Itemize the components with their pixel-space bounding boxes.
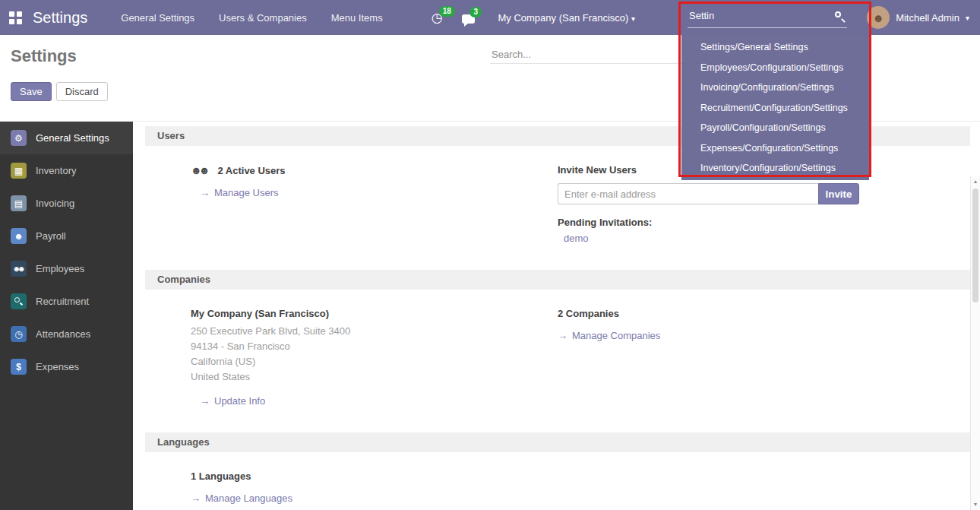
company-switcher-label: My Company (San Francisco) xyxy=(498,12,628,24)
activity-badge: 18 xyxy=(439,6,455,17)
company-address-line: 94134 - San Francisco xyxy=(191,339,558,354)
languages-section-header: Languages xyxy=(145,432,970,452)
search-suggestion[interactable]: Expenses/Configuration/Settings xyxy=(681,138,869,159)
chevron-down-icon: ▾ xyxy=(631,14,635,23)
invite-email-input[interactable] xyxy=(558,183,818,204)
invite-group: Invite xyxy=(558,183,859,204)
languages-section: Languages 1 Languages →Manage Languages xyxy=(145,432,970,510)
messages-badge: 3 xyxy=(469,7,482,17)
sidebar-item-label: Inventory xyxy=(36,165,76,176)
inventory-icon: ▦ xyxy=(11,163,27,179)
companies-section-header: Companies xyxy=(145,270,970,290)
menu-general-settings[interactable]: General Settings xyxy=(121,12,194,24)
search-suggestions-dropdown: Settings/General Settings Employees/Conf… xyxy=(681,35,869,180)
navbar-menu: General Settings Users & Companies Menu … xyxy=(121,12,382,24)
expenses-dollar-icon: $ xyxy=(11,359,27,375)
sidebar-item-employees[interactable]: ☻☻ Employees xyxy=(0,252,133,285)
manage-companies-link[interactable]: →Manage Companies xyxy=(558,330,660,341)
company-address-line: United States xyxy=(191,369,558,385)
arrow-right-icon: → xyxy=(200,187,210,198)
navbar-search-input[interactable] xyxy=(688,5,824,21)
pending-user-link[interactable]: demo xyxy=(564,233,970,244)
attendance-clock-icon: ◷ xyxy=(11,326,27,342)
activity-menu[interactable]: ◷ 18 xyxy=(432,11,443,24)
gear-icon: ⚙ xyxy=(11,130,27,146)
scrollbar-thumb[interactable] xyxy=(972,188,978,303)
company-address-line: California (US) xyxy=(191,354,558,369)
settings-content: Users ☻☻ 2 Active Users →Manage Users In… xyxy=(133,122,970,510)
scroll-up-arrow-icon[interactable]: ▲ xyxy=(971,176,980,187)
sidebar-item-general-settings[interactable]: ⚙ General Settings xyxy=(0,122,133,154)
arrow-right-icon: → xyxy=(558,330,567,341)
search-suggestion[interactable]: Inventory/Configuration/Settings xyxy=(681,158,869,179)
sidebar-item-label: Invoicing xyxy=(36,198,74,209)
search-suggestion[interactable]: Invoicing/Configuration/Settings xyxy=(681,78,869,98)
page-title: Settings xyxy=(11,46,77,66)
magnifier-icon xyxy=(11,293,27,309)
sidebar-item-payroll[interactable]: ☻ Payroll xyxy=(0,220,133,252)
employees-group-icon: ☻☻ xyxy=(11,261,27,277)
form-buttons: Save Discard xyxy=(11,82,108,101)
active-users-count: 2 Active Users xyxy=(217,165,285,176)
search-suggestion[interactable]: Settings/General Settings xyxy=(681,37,869,58)
sidebar-item-label: Payroll xyxy=(36,230,66,242)
sidebar-item-attendances[interactable]: ◷ Attendances xyxy=(0,318,133,350)
manage-users-link[interactable]: →Manage Users xyxy=(200,187,279,198)
languages-count: 1 Languages xyxy=(191,470,558,482)
user-menu[interactable]: ☻ Mitchell Admin ▾ xyxy=(867,6,969,29)
vertical-scrollbar[interactable]: ▲ ▼ xyxy=(970,176,980,510)
sidebar-item-recruitment[interactable]: Recruitment xyxy=(0,285,133,318)
sidebar-item-label: Employees xyxy=(36,263,84,274)
search-icon[interactable] xyxy=(835,11,841,17)
payroll-person-icon: ☻ xyxy=(11,228,27,244)
sidebar-item-expenses[interactable]: $ Expenses xyxy=(0,350,133,383)
apps-grid-icon[interactable] xyxy=(9,11,22,24)
save-button[interactable]: Save xyxy=(11,82,52,101)
scroll-down-arrow-icon[interactable]: ▼ xyxy=(971,499,980,510)
odoo-settings-screen: Settings General Settings Users & Compan… xyxy=(0,0,980,510)
search-suggestion[interactable]: Payroll/Configuration/Settings xyxy=(681,118,869,138)
app-title: Settings xyxy=(33,9,87,27)
arrow-right-icon: → xyxy=(200,395,210,407)
navbar-systray: ◷ 18 3 xyxy=(432,11,476,24)
pending-invitations-label: Pending Invitations: xyxy=(558,217,970,228)
users-group-icon: ☻☻ xyxy=(191,164,210,176)
search-suggestion[interactable]: Employees/Configuration/Settings xyxy=(681,58,869,78)
menu-menu-items[interactable]: Menu Items xyxy=(331,12,383,24)
navbar-search-field xyxy=(688,5,847,28)
update-info-link[interactable]: →Update Info xyxy=(200,395,265,407)
company-switcher[interactable]: My Company (San Francisco) ▾ xyxy=(498,12,635,24)
settings-sidebar: ⚙ General Settings ▦ Inventory ▤ Invoici… xyxy=(0,122,133,510)
arrow-right-icon: → xyxy=(191,493,201,504)
user-name: Mitchell Admin xyxy=(896,12,959,24)
discard-button[interactable]: Discard xyxy=(56,82,108,101)
companies-section: Companies My Company (San Francisco) 250… xyxy=(145,270,970,428)
sidebar-item-invoicing[interactable]: ▤ Invoicing xyxy=(0,187,133,220)
sidebar-item-label: General Settings xyxy=(36,132,109,144)
avatar: ☻ xyxy=(867,6,890,29)
search-suggestion[interactable]: Recruitment/Configuration/Settings xyxy=(681,98,869,119)
invoice-document-icon: ▤ xyxy=(11,195,27,211)
chevron-down-icon: ▾ xyxy=(966,14,969,22)
manage-languages-link[interactable]: →Manage Languages xyxy=(191,493,292,504)
sidebar-item-inventory[interactable]: ▦ Inventory xyxy=(0,154,133,187)
sidebar-item-label: Attendances xyxy=(36,328,90,340)
menu-users-companies[interactable]: Users & Companies xyxy=(219,12,307,24)
companies-count: 2 Companies xyxy=(558,308,970,319)
sidebar-item-label: Expenses xyxy=(36,361,79,372)
sidebar-item-label: Recruitment xyxy=(36,296,89,307)
company-name: My Company (San Francisco) xyxy=(191,308,558,319)
invite-button[interactable]: Invite xyxy=(818,183,859,204)
messages-menu[interactable]: 3 xyxy=(462,12,475,24)
company-address-line: 250 Executive Park Blvd, Suite 3400 xyxy=(191,324,558,339)
